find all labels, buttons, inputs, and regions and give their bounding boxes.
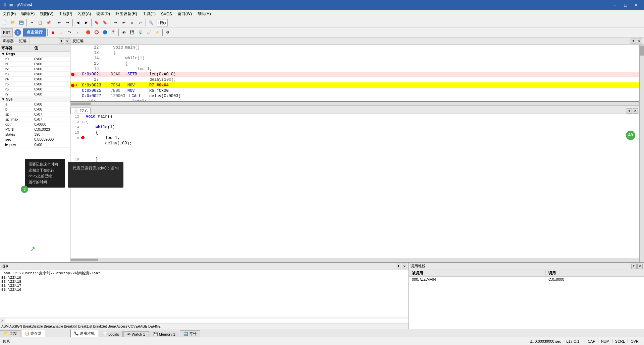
source-close-btn[interactable]: ✕	[633, 108, 638, 114]
tab-project[interactable]: 📁 工程	[0, 330, 20, 337]
left-close-btn[interactable]: ✕	[65, 39, 70, 44]
tab-watch1[interactable]: 👁 Watch 1	[123, 331, 149, 337]
symbol-tab-icon: 🔤	[183, 332, 188, 336]
callstack-table-wrapper: 被调用 调用 000: \ZZ\MAIN C:0x0000	[409, 270, 644, 329]
bookmark2-btn[interactable]: 🔖	[101, 19, 109, 27]
source-tab-zzc[interactable]: 📄 ZZ.C	[70, 108, 91, 114]
vscroll-thumb[interactable]	[640, 46, 644, 56]
src-line: delay(100);	[70, 141, 639, 146]
disasm-hex-current: 7F64	[111, 83, 127, 88]
menu-edit[interactable]: 编辑(E)	[18, 10, 37, 18]
statusbar: 仿真 t1: 0.00039000 sec L17 C:1 CAP NUM SC…	[0, 337, 644, 345]
table-row: r60x00	[0, 87, 70, 92]
save-btn[interactable]: 💾	[17, 19, 25, 27]
step-out-btn[interactable]: ↑	[74, 28, 82, 37]
bookmark-btn[interactable]: 🔖	[93, 19, 101, 27]
run-button[interactable]: 点击运行	[23, 28, 46, 37]
asm-panel-tab[interactable]: 汇编	[16, 38, 30, 44]
iro-label: IRo	[157, 19, 168, 26]
perf-btn[interactable]: ⚡	[153, 28, 161, 37]
expand-icon[interactable]: ▶	[5, 142, 8, 147]
new-file-btn[interactable]: 📄	[1, 19, 9, 27]
unindent-btn[interactable]: ⇤	[120, 19, 128, 27]
main-vscroll[interactable]	[639, 45, 644, 262]
rst-button[interactable]: RST	[1, 28, 13, 37]
logic-btn[interactable]: 📈	[145, 28, 153, 37]
scroll-thumb[interactable]	[71, 102, 91, 105]
dis-bp-btn[interactable]: 🔵	[101, 28, 109, 37]
menu-file[interactable]: 文件(F)	[0, 10, 18, 18]
tab-memory1[interactable]: 💾 Memory 1	[150, 331, 179, 337]
minimize-button[interactable]: ─	[610, 0, 620, 10]
menu-debug[interactable]: 调试(D)	[94, 10, 113, 18]
scroll-thumb-src[interactable]	[71, 259, 98, 261]
badge-3: 3	[21, 186, 28, 193]
right-close-btn[interactable]: ✕	[637, 39, 642, 44]
menu-view[interactable]: 视图(V)	[37, 10, 56, 18]
callstack-close-btn[interactable]: ✕	[637, 264, 643, 269]
titlebar: 🖥 aa - µVision4 ─ □ ✕	[0, 0, 644, 10]
show-bp-btn[interactable]: 📍	[109, 28, 117, 37]
close-button[interactable]: ✕	[631, 0, 641, 10]
serial-btn[interactable]: 📡	[137, 28, 145, 37]
menu-help[interactable]: 帮助(H)	[195, 10, 214, 18]
cmd-hint-bar: ASM ASSIGN BreakDisable BreakEnable Brea…	[0, 324, 409, 329]
open-btn[interactable]: 📂	[9, 19, 17, 27]
src-line: 14 while(1)	[70, 125, 639, 130]
menu-project[interactable]: 工程(P)	[56, 10, 75, 18]
tab-locals[interactable]: 📊 Locals	[99, 331, 123, 337]
callstack-header: 调用堆栈 ⬆ ✕	[409, 263, 644, 270]
paste-btn[interactable]: 📌	[45, 19, 53, 27]
menu-window[interactable]: 窗口(W)	[175, 10, 195, 18]
ovr-indicator: OVR	[628, 339, 641, 343]
uncomment-btn[interactable]: /*	[137, 19, 145, 27]
memory-btn[interactable]: 💾	[128, 28, 136, 37]
find-btn[interactable]: 🔍	[147, 19, 155, 27]
callstack-float-btn[interactable]: ⬆	[631, 264, 637, 269]
stop-btn[interactable]: ⏹	[49, 28, 57, 37]
step-in-btn[interactable]: ↓	[57, 28, 65, 37]
line-number: 12	[70, 115, 80, 119]
left-float-btn[interactable]: ⬆	[59, 39, 64, 44]
clr-bp-btn[interactable]: ⭕	[93, 28, 101, 37]
source-hscroll[interactable]	[70, 258, 639, 262]
reg-panel-tab[interactable]: 寄存器	[0, 38, 16, 44]
maximize-button[interactable]: □	[621, 0, 631, 10]
tab-callstack[interactable]: 📞 调用堆栈	[70, 330, 98, 337]
tab-registers[interactable]: 📋 寄存器	[21, 330, 45, 337]
next-btn[interactable]: ▶	[82, 19, 90, 27]
regs-group-row[interactable]: ▼ Regs	[0, 52, 70, 57]
undo-btn[interactable]: ↩	[55, 19, 63, 27]
menu-peripherals[interactable]: 外围设备(R)	[113, 10, 140, 18]
watch-btn[interactable]: 👁	[120, 28, 128, 37]
disasm-asm-line: C:0x0021 D2A0 SETB led(0xA0.0)	[70, 72, 639, 77]
menu-flash[interactable]: 闪存(A)	[75, 10, 94, 18]
tab-symbol[interactable]: 🔤 符号	[180, 330, 200, 337]
copy-btn[interactable]: 📋	[36, 19, 44, 27]
disasm-operand: R6,#0x00	[149, 88, 169, 93]
callstack-panel: 调用堆栈 ⬆ ✕ 被调用 调用 000: \ZZ\MAIN C:0x0000	[409, 263, 644, 329]
cmd-panel-controls: ⬆ ✕	[396, 264, 407, 269]
disasm-hscroll[interactable]	[70, 102, 639, 106]
cmd-close-btn[interactable]: ✕	[402, 264, 407, 269]
bp-btn[interactable]: 🔴	[84, 28, 92, 37]
source-float-btn[interactable]: ⬆	[627, 108, 632, 114]
toolbar1: 📄 📂 💾 ✂ 📋 📌 ↩ ↪ ◀ ▶ 🔖 🔖 ⇥ ⇤ // /* 🔍 IRo	[0, 18, 644, 27]
menu-svcs[interactable]: SVCS	[158, 10, 175, 18]
comment-btn[interactable]: //	[128, 19, 136, 27]
step-over-btn[interactable]: ↷	[65, 28, 73, 37]
cmd-float-btn[interactable]: ⬆	[396, 264, 401, 269]
prev-btn[interactable]: ◀	[74, 19, 82, 27]
cmd-input-field[interactable]	[5, 319, 409, 323]
sys-group-row[interactable]: ▼ Sys	[0, 97, 70, 102]
cut-btn[interactable]: ✂	[28, 19, 36, 27]
redo-btn[interactable]: ↪	[63, 19, 71, 27]
settings-btn[interactable]: ⚙	[164, 28, 172, 37]
right-float-btn[interactable]: ⬆	[631, 39, 636, 44]
tooltip-1: 需要记住这个时间，这相当于在执行delay之前已经运行的时间	[25, 159, 65, 188]
disasm-addr: C:0x0025	[80, 88, 111, 93]
table-row: states390	[0, 132, 70, 137]
disasm-line: 12: void main()	[70, 45, 639, 50]
indent-btn[interactable]: ⇥	[111, 19, 119, 27]
menu-tools[interactable]: 工具(T)	[140, 10, 158, 18]
